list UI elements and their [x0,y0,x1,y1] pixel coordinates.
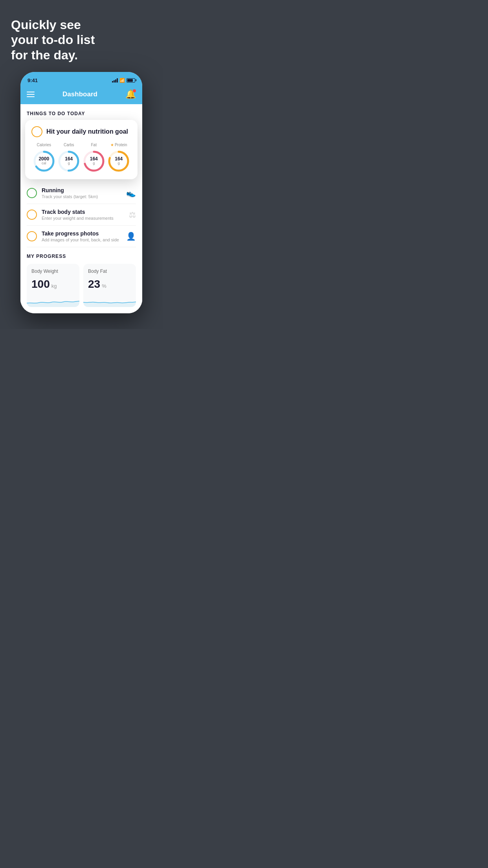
protein-label: Protein [115,143,127,147]
body-weight-title: Body Weight [31,268,75,274]
body-stats-name: Track body stats [42,209,124,215]
body-weight-card[interactable]: Body Weight 100 kg [27,264,79,307]
hero-section: Quickly see your to-do list for the day. [0,0,163,72]
body-fat-value-row: 23 % [88,278,131,291]
status-icons: 📶 [112,78,135,83]
body-fat-card[interactable]: Body Fat 23 % [83,264,136,307]
body-stats-desc: Enter your weight and measurements [42,216,124,221]
body-weight-value-row: 100 kg [31,278,75,291]
calories-label: Calories [37,143,51,147]
body-fat-chart [83,295,136,307]
progress-cards: Body Weight 100 kg [27,264,136,313]
battery-icon [127,78,135,83]
menu-button[interactable] [27,92,35,97]
protein-label-row: ★ Protein [110,143,127,147]
photos-icon: 👤 [126,232,136,241]
carbs-ring: 164 g [57,149,81,173]
body-fat-title: Body Fat [88,268,131,274]
things-to-do-title: THINGS TO DO TODAY [27,111,85,116]
photos-circle [27,231,37,241]
status-time: 9:41 [28,77,38,83]
body-fat-value: 23 [88,278,100,291]
nutrition-card-header: Hit your daily nutrition goal [31,126,131,137]
todo-item-body-stats[interactable]: Track body stats Enter your weight and m… [27,204,136,226]
carbs-label: Carbs [64,143,74,147]
todo-list: Running Track your stats (target: 5km) 👟… [20,182,142,247]
body-fat-unit: % [102,283,106,289]
protein-unit: g [115,162,123,166]
nav-title: Dashboard [62,90,97,98]
running-desc: Track your stats (target: 5km) [42,194,121,199]
app-content: THINGS TO DO TODAY Hit your daily nutrit… [20,104,142,313]
photos-desc: Add images of your front, back, and side [42,237,121,242]
running-icon: 👟 [126,188,136,198]
calories-unit: cal [39,162,49,166]
body-stats-info: Track body stats Enter your weight and m… [42,209,124,221]
nutrition-protein: ★ Protein 164 g [107,143,130,173]
carbs-unit: g [65,162,73,166]
todo-item-photos[interactable]: Take progress photos Add images of your … [27,226,136,247]
nutrition-card[interactable]: Hit your daily nutrition goal Calories [25,120,138,179]
nav-bar: Dashboard 🔔 [20,86,142,104]
photos-name: Take progress photos [42,230,121,237]
things-to-do-header: THINGS TO DO TODAY [20,104,142,120]
body-stats-icon: ⚖ [129,210,136,219]
nutrition-card-title: Hit your daily nutrition goal [46,128,128,135]
hero-title: Quickly see your to-do list for the day. [11,17,152,63]
body-stats-circle [27,210,37,220]
progress-title: MY PROGRESS [27,254,136,259]
phone-mockup: 9:41 📶 [0,72,163,329]
notifications-button[interactable]: 🔔 [125,89,136,99]
body-weight-unit: kg [51,283,57,289]
nutrition-check-circle [31,126,42,137]
running-circle [27,188,37,198]
nutrition-carbs: Carbs 164 g [57,143,81,173]
body-weight-chart [27,295,79,307]
fat-ring: 164 g [82,149,106,173]
running-name: Running [42,187,121,193]
nutrition-calories: Calories 2000 cal [32,143,56,173]
fat-unit: g [90,162,98,166]
running-info: Running Track your stats (target: 5km) [42,187,121,199]
body-weight-value: 100 [31,278,50,291]
wifi-icon: 📶 [119,78,125,83]
todo-item-running[interactable]: Running Track your stats (target: 5km) 👟 [27,182,136,204]
star-icon: ★ [110,143,114,147]
protein-ring: 164 g [107,149,130,173]
nutrition-grid: Calories 2000 cal [31,143,131,173]
calories-ring: 2000 cal [32,149,56,173]
progress-section: MY PROGRESS Body Weight 100 kg [20,247,142,313]
photos-info: Take progress photos Add images of your … [42,230,121,242]
phone-screen: 9:41 📶 [20,72,142,313]
fat-label: Fat [91,143,97,147]
signal-icon [112,78,118,83]
nutrition-fat: Fat 164 g [82,143,106,173]
page-background: Quickly see your to-do list for the day.… [0,0,163,329]
status-bar: 9:41 📶 [20,72,142,86]
